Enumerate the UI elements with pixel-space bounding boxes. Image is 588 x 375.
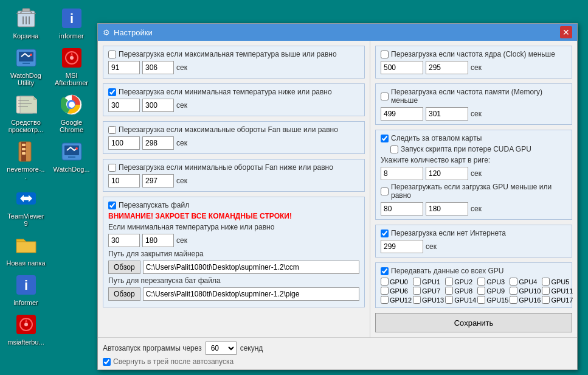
dialog-title: ⚙ Настройки [103, 28, 153, 37]
memory-checkbox[interactable] [381, 93, 389, 100]
card-count-val1[interactable] [381, 167, 423, 180]
icon-teamviewer[interactable]: TeamViewer 9 [6, 186, 46, 227]
gpu2-checkbox[interactable] [445, 278, 453, 286]
gpu2-item: GPU2 [445, 278, 476, 286]
icon-chrome-label: Google Chrome [52, 119, 91, 133]
restart-file-label: Перезапускать файл [119, 201, 189, 209]
temp-max-val2[interactable] [142, 61, 174, 74]
all-gpu-checkbox[interactable] [381, 267, 389, 275]
miner-path-row: Обзор [108, 261, 359, 274]
gpu12-checkbox[interactable] [381, 296, 389, 304]
gpu10-item: GPU10 [510, 287, 541, 295]
svg-rect-2 [22, 9, 30, 12]
gpu6-label: GPU6 [390, 287, 408, 295]
icon-informer2[interactable]: i informer [52, 6, 91, 40]
restart-val2[interactable] [142, 234, 174, 247]
gpu16-checkbox[interactable] [510, 296, 517, 304]
settings-gear-icon: ⚙ [103, 28, 110, 37]
gpu9-item: GPU9 [477, 287, 508, 295]
restart-file-checkbox[interactable] [108, 202, 116, 209]
gpu8-checkbox[interactable] [445, 287, 453, 295]
gpu13-checkbox[interactable] [413, 296, 421, 304]
temp-min-label: Перезагрузка если минимальная температур… [119, 88, 332, 96]
card-count-val2[interactable] [426, 167, 468, 180]
temp-min-unit: сек [176, 101, 187, 110]
memory-val2[interactable] [426, 107, 468, 121]
fan-min-unit: сек [176, 177, 187, 185]
gpu3-checkbox[interactable] [477, 278, 485, 286]
dialog-close-button[interactable]: ✕ [560, 26, 572, 38]
icon-watchdog2[interactable]: WatchDog... [52, 139, 91, 173]
gpu6-checkbox[interactable] [381, 287, 389, 295]
dialog-titlebar: ⚙ Настройки ✕ [98, 24, 577, 41]
temp-min-checkbox[interactable] [108, 88, 116, 96]
clock-val2[interactable] [426, 61, 468, 74]
fan-max-label: Перезагрузка если максимальные обороты F… [119, 125, 338, 134]
gpu4-checkbox[interactable] [510, 278, 517, 286]
gpu11-checkbox[interactable] [542, 287, 550, 295]
clock-val1[interactable] [381, 61, 423, 74]
card-monitor-checkbox[interactable] [381, 135, 389, 142]
miner-path-label-row: Путь для закрытия майнера [108, 250, 359, 258]
icon-winrar-label: nevermore-... [6, 166, 46, 180]
fan-min-val1[interactable] [108, 174, 140, 188]
gpu0-label: GPU0 [390, 278, 408, 286]
fan-min-checkbox[interactable] [108, 164, 116, 172]
gpu7-checkbox[interactable] [413, 287, 421, 295]
icon-viewer[interactable]: Средство просмотр... [6, 93, 46, 133]
gpu-load-val2[interactable] [426, 202, 468, 216]
browse-bat-button[interactable]: Обзор [108, 287, 140, 301]
gpu10-checkbox[interactable] [510, 287, 517, 295]
icon-viewer-label: Средство просмотр... [6, 119, 46, 133]
fan-min-row2: сек [108, 174, 359, 188]
gpu-load-val1[interactable] [381, 202, 423, 216]
gpu9-checkbox[interactable] [477, 287, 485, 295]
icon-winrar[interactable]: nevermore-... [6, 139, 46, 180]
clock-checkbox[interactable] [381, 51, 389, 58]
restart-unit: сек [176, 236, 187, 245]
gpu1-checkbox[interactable] [413, 278, 421, 286]
card-count-row: сек [381, 167, 567, 180]
browse-miner-button[interactable]: Обзор [108, 261, 140, 274]
icon-informer[interactable]: i informer [6, 273, 46, 306]
tray-checkbox[interactable] [103, 358, 111, 366]
internet-val1[interactable] [381, 240, 423, 253]
icon-watchdog[interactable]: WatchDog Utility [6, 46, 46, 86]
fan-max-val2[interactable] [142, 136, 174, 150]
gpu1-label: GPU1 [422, 278, 440, 286]
gpu14-checkbox[interactable] [445, 296, 453, 304]
gpu6-item: GPU6 [381, 287, 412, 295]
icon-msi2[interactable]: MSI Afterburner [52, 46, 91, 86]
memory-val1[interactable] [381, 107, 423, 121]
icon-msiafterburner[interactable]: msiafterbu... [6, 312, 46, 346]
section-memory: Перезагрузка если частота памяти (Memory… [375, 83, 572, 125]
temp-min-val1[interactable] [108, 99, 140, 112]
bat-path-input[interactable] [143, 287, 359, 301]
miner-path-input[interactable] [143, 261, 359, 274]
icon-teamviewer-label: TeamViewer 9 [6, 212, 46, 227]
fan-min-val2[interactable] [142, 174, 174, 188]
save-button[interactable]: Сохранить [375, 313, 572, 332]
gpu15-checkbox[interactable] [477, 296, 485, 304]
autostart-select[interactable]: 30 60 120 180 300 [206, 342, 237, 355]
icon-folder[interactable]: Новая папка [6, 233, 46, 267]
icon-chrome[interactable]: Google Chrome [52, 93, 91, 133]
fan-max-val1[interactable] [108, 136, 140, 150]
temp-min-row2: сек [108, 99, 359, 112]
fan-max-checkbox[interactable] [108, 126, 116, 134]
gpu-load-checkbox[interactable] [381, 188, 389, 195]
restart-val1[interactable] [108, 234, 140, 247]
dialog-title-text: Настройки [114, 28, 153, 37]
cuda-row: Запуск скрипта при потере CUDA GPU [390, 145, 567, 153]
temp-min-val2[interactable] [142, 99, 174, 112]
gpu17-checkbox[interactable] [542, 296, 550, 304]
fan-max-row1: Перезагрузка если максимальные обороты F… [108, 125, 359, 134]
temp-max-val1[interactable] [108, 61, 140, 74]
internet-checkbox[interactable] [381, 230, 389, 237]
cuda-checkbox[interactable] [390, 145, 398, 153]
temp-max-checkbox[interactable] [108, 51, 116, 58]
gpu0-checkbox[interactable] [381, 278, 389, 286]
gpu5-checkbox[interactable] [542, 278, 550, 286]
icon-recycle[interactable]: Корзина [6, 6, 46, 40]
settings-dialog: ⚙ Настройки ✕ Перезагрузка если максимал… [97, 23, 578, 370]
